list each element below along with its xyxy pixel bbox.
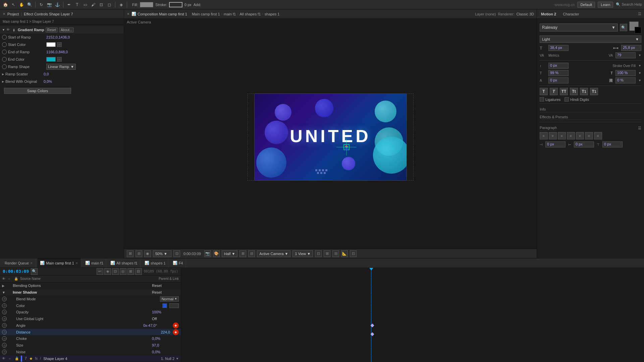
project-tab[interactable]: Project [7,12,19,16]
tl-icon-2[interactable]: ◈ [104,268,111,275]
color-type-box[interactable] [169,303,179,308]
align-justify-center-btn[interactable]: ≡ [576,132,584,139]
para-right-input[interactable]: 0 px [574,141,594,147]
font-search-icon[interactable]: 🔍 [620,24,627,31]
end-color-swatch[interactable] [46,57,56,62]
leading-input[interactable]: 0 px [548,63,569,69]
search-timeline-icon[interactable]: 🔍 [31,268,38,275]
blending-options-row[interactable]: ▶ Blending Options Reset [0,283,181,289]
viewer-icon-9[interactable]: ⊡ [315,250,322,257]
ugl-stopwatch[interactable]: ◷ [2,316,7,321]
stroke-box[interactable] [169,2,182,7]
font-size-input[interactable]: 38,4 px [548,45,569,51]
breadcrumb-4[interactable]: shapes 1 [265,12,280,16]
main-camp-tab[interactable]: 📊 Main camp first 1 ✕ [37,258,81,268]
noise-value[interactable]: 0,0% [152,350,179,354]
align-center-btn[interactable]: ≡ [549,132,557,139]
composition-tab[interactable]: 📊 Composition Main camp first 1 [131,12,187,16]
ligatures-checkbox[interactable] [540,97,544,102]
quality-dropdown[interactable]: Half ▼ [222,250,237,257]
ramp-shape-dropdown[interactable]: Linear Ramp ▼ [46,64,76,70]
gradient-expand-icon[interactable]: ▼ [2,28,5,32]
color-stopwatch[interactable]: ◷ [2,303,7,308]
distance-value[interactable]: 224,0 [161,330,170,334]
layer-solo[interactable]: ○ [9,357,13,360]
bm-stopwatch[interactable]: ◷ [2,297,7,301]
font-name-dropdown[interactable]: Raleway ▼ [540,23,618,32]
tl-icon-4[interactable]: ◎ [120,268,126,275]
reset-button[interactable]: Reset [46,27,58,33]
italic-button[interactable]: T [550,88,558,95]
end-color-stopwatch[interactable] [2,57,7,62]
ramp-scatter-expand[interactable]: ▶ [2,73,4,76]
render-queue-tab[interactable]: Render Queue ✕ [2,258,36,268]
transform-widget[interactable] [336,139,357,156]
choke-value[interactable]: 0,0% [152,337,179,341]
camera-icon[interactable]: 📷 [46,1,53,8]
end-ramp-stopwatch[interactable] [2,50,7,54]
small-caps-button[interactable]: Tt [570,88,578,95]
color-swatch-blue[interactable] [162,303,167,308]
breadcrumb-1[interactable]: Main camp first 1 [192,12,220,16]
align-justify-left-btn[interactable]: ≡ [567,132,575,139]
vert-scale-input[interactable]: 99 % [548,70,569,76]
viewer-icon-3[interactable]: ◉ [144,250,151,257]
layer-lock[interactable]: 🔒 [15,357,19,360]
all-caps-button[interactable]: TT [560,88,568,95]
angle-stopwatch[interactable]: ◷ [2,323,7,328]
f4-tab[interactable]: 📊 F4 [170,258,186,268]
bold-button[interactable]: T [540,88,548,95]
tl-icon-1[interactable]: ↩ [97,268,103,275]
playhead[interactable] [371,268,372,268]
para-space-input[interactable]: 0 px [602,141,623,147]
start-color-stopwatch[interactable] [2,42,7,47]
renderer-value[interactable]: Classic 3D [516,12,534,16]
horiz-scale-input[interactable]: 100 % [615,70,636,76]
tl-icon-3[interactable]: ⊡ [112,268,119,275]
align-justify-all-btn[interactable]: ≡ [594,132,602,139]
paragraph-menu[interactable]: ☰ [638,126,641,130]
hindi-digits-check[interactable]: Hindi Digits [565,97,589,102]
viewer-icon-5[interactable]: 📷 [204,250,211,257]
tsb-input[interactable]: 79 [615,52,636,58]
visibility-eye[interactable]: 👁 [6,28,10,32]
is-expand[interactable]: ▼ [2,291,7,294]
end-color-arr[interactable]: ↔ [57,57,62,62]
rotate-icon[interactable]: ↻ [38,1,45,8]
ramp-scatter-value[interactable]: 0,0 [44,72,49,76]
about-button[interactable]: About... [59,27,74,33]
views-dropdown[interactable]: 1 View ▼ [292,250,313,257]
timeline-tracks[interactable] [181,269,644,362]
allshapes-tab[interactable]: 📊 All shapes f1 [108,258,141,268]
tl-icon-6[interactable]: ⊟ [135,268,142,275]
subscript-button[interactable]: T1 [590,88,598,95]
color-preview[interactable] [629,21,641,34]
size-stopwatch[interactable]: ◷ [2,343,7,348]
text-icon[interactable]: T [74,1,80,8]
size-value[interactable]: 97,0 [152,343,179,347]
tl-icon-5[interactable]: ⊞ [127,268,134,275]
viewer-icon-10[interactable]: ⊞ [324,250,330,257]
inner-shadow-row[interactable]: ▼ Inner Shadow Reset [0,289,181,296]
angle-value[interactable]: 0x-47,0° [143,323,170,327]
noise-stopwatch[interactable]: ◷ [2,350,7,354]
viewer-icon-8[interactable]: ⊟ [248,250,255,257]
end-of-ramp-value[interactable]: 1166,0,848,0 [46,50,68,54]
start-color-arr[interactable]: ↔ [57,42,62,47]
viewer-icon-7[interactable]: ⊞ [239,250,246,257]
viewer-icon-1[interactable]: ⊞ [127,250,133,257]
viewer-icon-13[interactable]: ⊡ [350,250,357,257]
shapes1-tab[interactable]: 📊 shapes 1 [142,258,169,268]
viewer-icon-4[interactable]: ⊡ [173,250,180,257]
layer-eye[interactable]: 👁 [2,357,7,360]
motion2-tab[interactable]: Motion 2 [540,12,557,16]
fill-box[interactable] [140,2,153,7]
camera-dropdown[interactable]: Active Camera ▼ [257,250,290,257]
blend-mode-dropdown[interactable]: Normal ▼ [160,296,179,302]
anchor-icon[interactable]: ⚓ [54,1,61,8]
viewer-icon-11[interactable]: ⊟ [332,250,339,257]
start-color-swatch[interactable] [46,42,56,47]
shape-icon[interactable]: ▭ [82,1,89,8]
opacity-stopwatch[interactable]: ◷ [2,310,7,314]
viewer-icon-2[interactable]: ⊟ [136,250,142,257]
